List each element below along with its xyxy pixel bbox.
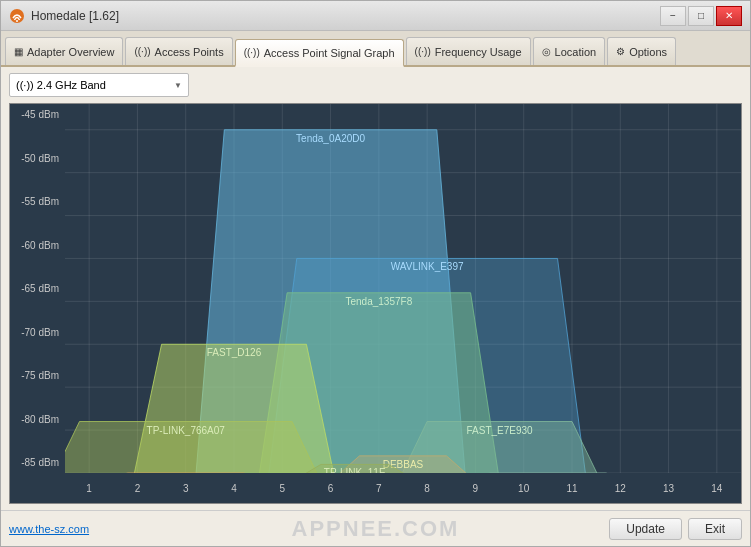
band-select-label: ((·)) 2.4 GHz Band (16, 79, 106, 91)
x-axis-label: 1 (65, 483, 113, 494)
titlebar-left: Homedale [1.62] (9, 8, 119, 24)
access-points-icon: ((·)) (134, 46, 150, 57)
x-axis-label: 8 (403, 483, 451, 494)
tab-signal-graph[interactable]: ((·)) Access Point Signal Graph (235, 39, 404, 67)
tab-frequency-usage[interactable]: ((·)) Frequency Usage (406, 37, 531, 65)
options-icon: ⚙ (616, 46, 625, 57)
y-axis: -45 dBm-50 dBm-55 dBm-60 dBm-65 dBm-70 d… (10, 104, 65, 473)
x-axis-label: 12 (596, 483, 644, 494)
minimize-button[interactable]: − (660, 6, 686, 26)
x-axis-label: 13 (644, 483, 692, 494)
x-axis-label: 3 (162, 483, 210, 494)
signal-graph-icon: ((·)) (244, 47, 260, 58)
titlebar-controls: − □ ✕ (660, 6, 742, 26)
tab-location-label: Location (555, 46, 597, 58)
y-axis-label: -70 dBm (10, 327, 65, 338)
y-axis-label: -75 dBm (10, 370, 65, 381)
y-axis-label: -60 dBm (10, 240, 65, 251)
x-axis-label: 11 (548, 483, 596, 494)
window-title: Homedale [1.62] (31, 9, 119, 23)
location-icon: ◎ (542, 46, 551, 57)
footer-buttons: Update Exit (609, 518, 742, 540)
band-select-arrow-icon: ▼ (174, 81, 182, 90)
content-area: ((·)) 2.4 GHz Band ▼ -45 dBm-50 dBm-55 d… (1, 67, 750, 510)
x-axis-label: 10 (500, 483, 548, 494)
signal-graph-canvas (65, 104, 741, 473)
footer: www.the-sz.com APPNEE.COM Update Exit (1, 510, 750, 546)
frequency-icon: ((·)) (415, 46, 431, 57)
band-select-dropdown[interactable]: ((·)) 2.4 GHz Band ▼ (9, 73, 189, 97)
x-axis-label: 7 (355, 483, 403, 494)
graph-area (65, 104, 741, 473)
dropdown-row: ((·)) 2.4 GHz Band ▼ (9, 73, 742, 97)
tab-signal-graph-label: Access Point Signal Graph (264, 47, 395, 59)
y-axis-label: -55 dBm (10, 196, 65, 207)
maximize-button[interactable]: □ (688, 6, 714, 26)
tabs-bar: ▦ Adapter Overview ((·)) Access Points (… (1, 31, 750, 67)
tab-access-points[interactable]: ((·)) Access Points (125, 37, 232, 65)
app-icon (9, 8, 25, 24)
x-labels: 1234567891011121314 (65, 483, 741, 494)
graph-container: -45 dBm-50 dBm-55 dBm-60 dBm-65 dBm-70 d… (9, 103, 742, 504)
adapter-icon: ▦ (14, 46, 23, 57)
tab-adapter-overview[interactable]: ▦ Adapter Overview (5, 37, 123, 65)
website-link[interactable]: www.the-sz.com (9, 523, 89, 535)
y-axis-label: -80 dBm (10, 414, 65, 425)
x-axis-label: 4 (210, 483, 258, 494)
tab-options[interactable]: ⚙ Options (607, 37, 676, 65)
y-axis-label: -85 dBm (10, 457, 65, 468)
update-button[interactable]: Update (609, 518, 682, 540)
x-axis-label: 5 (258, 483, 306, 494)
tab-adapter-label: Adapter Overview (27, 46, 114, 58)
main-window: Homedale [1.62] − □ ✕ ▦ Adapter Overview… (0, 0, 751, 547)
y-axis-label: -45 dBm (10, 109, 65, 120)
tab-access-points-label: Access Points (155, 46, 224, 58)
tab-frequency-label: Frequency Usage (435, 46, 522, 58)
x-axis-label: 2 (113, 483, 161, 494)
x-axis: 1234567891011121314 (65, 473, 741, 503)
x-axis-label: 14 (693, 483, 741, 494)
watermark: APPNEE.COM (292, 516, 460, 542)
svg-point-1 (16, 20, 18, 22)
tab-options-label: Options (629, 46, 667, 58)
close-button[interactable]: ✕ (716, 6, 742, 26)
x-axis-label: 9 (451, 483, 499, 494)
y-axis-label: -65 dBm (10, 283, 65, 294)
y-axis-label: -50 dBm (10, 153, 65, 164)
titlebar: Homedale [1.62] − □ ✕ (1, 1, 750, 31)
x-axis-label: 6 (306, 483, 354, 494)
exit-button[interactable]: Exit (688, 518, 742, 540)
tab-location[interactable]: ◎ Location (533, 37, 606, 65)
